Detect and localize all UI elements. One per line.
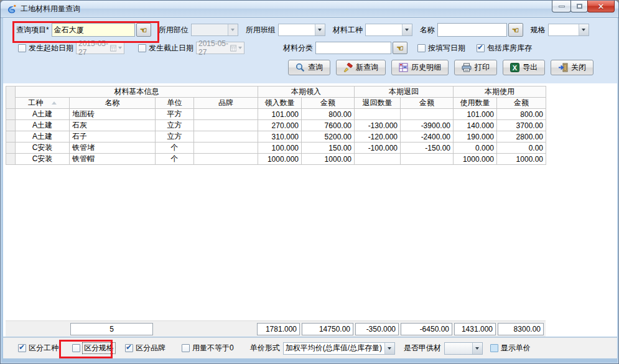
cell-ret-qty: -120.000 [355, 131, 401, 142]
owner-supplied-select[interactable] [444, 342, 483, 355]
material-category-label: 材料分类 [283, 43, 313, 54]
col-header-recv-amt[interactable]: 金额 [302, 98, 355, 109]
distinguish-spec-checkbox[interactable]: 区分规格 [72, 343, 115, 353]
chevron-down-icon [315, 24, 325, 35]
include-warehouse-checkbox[interactable]: 包括库房库存 [477, 43, 532, 54]
history-grid-icon [399, 63, 408, 72]
table-row[interactable]: A土建 石子 立方 310.000 5200.00 -120.000 -2400… [6, 131, 546, 142]
checkbox-icon [417, 44, 426, 52]
col-header-use-qty[interactable]: 使用数量 [454, 98, 497, 109]
material-trade-label: 材料工种 [333, 25, 363, 35]
checkbox-icon [182, 344, 190, 352]
cell-name: 石子 [70, 131, 156, 142]
show-unit-price-checkbox[interactable]: 显示单价 [490, 343, 531, 353]
search-button[interactable]: 查询 [288, 60, 330, 75]
summary-use-amt: 8300.00 [498, 323, 544, 335]
owner-supplied-label: 是否甲供材 [404, 343, 441, 353]
cell-trade: A土建 [16, 109, 70, 120]
cell-ret-amt: -3900.00 [401, 120, 454, 131]
col-header-brand[interactable]: 品牌 [194, 98, 258, 109]
history-detail-button[interactable]: 历史明细 [391, 60, 449, 75]
col-header-ret-amt[interactable]: 金额 [401, 98, 454, 109]
cell-brand [194, 154, 258, 165]
hand-select-icon: ☜ [140, 26, 147, 35]
end-date-label: 发生截止日期 [149, 43, 193, 54]
distinguish-spec-label: 区分规格 [83, 343, 115, 353]
print-button-label: 打印 [475, 62, 490, 73]
end-date-value: 2015-05-27 [198, 39, 230, 57]
cell-recv-amt: 800.00 [302, 109, 355, 120]
export-button-label: 导出 [523, 62, 538, 73]
brush-icon [343, 63, 353, 72]
distinguish-trade-checkbox[interactable]: 区分工种 [18, 343, 58, 353]
query-project-picker-button[interactable]: ☜ [136, 23, 151, 37]
new-search-button[interactable]: 新查询 [336, 60, 386, 75]
maximize-button[interactable] [570, 1, 588, 12]
svg-text:X: X [513, 63, 518, 71]
table-row[interactable]: C安装 铁管堵 个 100.000 150.00 -100.000 -150.0… [6, 142, 546, 154]
minimize-button[interactable] [552, 1, 571, 12]
material-category-picker-button[interactable]: ☜ [393, 42, 407, 54]
distinguish-trade-label: 区分工种 [29, 343, 58, 353]
cell-trade: C安装 [16, 154, 70, 165]
cell-trade: A土建 [16, 120, 70, 131]
summary-row-count: 5 [70, 323, 153, 335]
cell-ret-amt [401, 154, 454, 165]
end-date-checkbox[interactable]: 发生截止日期 [138, 43, 193, 54]
cell-unit: 平方 [156, 109, 194, 120]
checkbox-icon [72, 344, 80, 352]
print-button[interactable]: 打印 [454, 60, 497, 75]
table-row[interactable]: C安装 铁管帽 个 1000.000 1000.00 1000.000 1000… [6, 154, 546, 165]
query-project-input[interactable] [52, 23, 135, 37]
query-project-label: 查询项目* [16, 25, 49, 35]
close-form-button[interactable]: 关闭 [551, 60, 593, 75]
start-date-checkbox[interactable]: 发生起始日期 [18, 43, 73, 54]
titlebar[interactable]: 工地材料用量查询 ✕ [1, 1, 618, 18]
used-team-select[interactable] [278, 24, 325, 36]
results-grid-area: 材料基本信息 本期领入 本期退回 本期使用 工种 名称 单位 品牌 领入数量 金… [3, 83, 617, 337]
cell-use-qty: 0.000 [454, 142, 497, 154]
cell-ret-amt: -150.00 [401, 142, 454, 154]
minimize-icon [559, 6, 565, 7]
summary-recv-amt: 14750.00 [302, 323, 353, 335]
spec-select[interactable] [548, 24, 589, 36]
name-input[interactable] [437, 23, 507, 37]
export-button[interactable]: X 导出 [503, 60, 545, 75]
group-header-row: 材料基本信息 本期领入 本期退回 本期使用 [6, 86, 546, 98]
cell-brand [194, 131, 258, 142]
cell-recv-qty: 1000.000 [258, 154, 302, 165]
col-header-trade[interactable]: 工种 [16, 98, 70, 109]
material-category-input[interactable] [315, 42, 391, 54]
cell-ret-qty: -100.000 [355, 142, 401, 154]
chevron-down-icon [116, 42, 124, 54]
material-trade-select[interactable] [365, 24, 412, 36]
name-picker-button[interactable]: ☜ [508, 23, 523, 37]
row-indicator [6, 154, 16, 165]
price-form-select[interactable]: 加权平均价(总库值/总库存量) [283, 342, 395, 355]
distinguish-brand-checkbox[interactable]: 区分品牌 [125, 343, 165, 353]
cell-recv-qty: 100.000 [258, 142, 302, 154]
usage-not-zero-checkbox[interactable]: 用量不等于0 [182, 343, 234, 353]
cell-ret-qty [355, 109, 401, 120]
cell-recv-amt: 5200.00 [302, 131, 355, 142]
options-bar: 区分工种 区分规格 区分品牌 用量不等于0 单价形式 加权平均价(总库值/总库存… [3, 337, 617, 358]
cell-recv-qty: 101.000 [258, 109, 302, 120]
col-header-name[interactable]: 名称 [70, 98, 156, 109]
col-header-recv-qty[interactable]: 领入数量 [258, 98, 302, 109]
new-search-button-label: 新查询 [356, 62, 378, 73]
summary-ret-amt: -6450.00 [401, 323, 452, 335]
cell-recv-amt: 7600.00 [302, 120, 355, 131]
cell-recv-qty: 310.000 [258, 131, 302, 142]
by-fill-date-checkbox[interactable]: 按填写日期 [417, 43, 465, 54]
search-icon [296, 63, 305, 72]
col-header-unit[interactable]: 单位 [156, 98, 194, 109]
exit-door-icon [558, 63, 568, 72]
cell-unit: 个 [156, 142, 194, 154]
col-header-ret-qty[interactable]: 退回数量 [355, 98, 401, 109]
col-header-use-amt[interactable]: 金额 [497, 98, 546, 109]
used-part-label: 所用部位 [159, 25, 188, 35]
cell-name: 石灰 [70, 120, 156, 131]
table-row[interactable]: A土建 地面砖 平方 101.000 800.00 101.000 800.00 [6, 109, 546, 120]
close-button[interactable]: ✕ [587, 1, 615, 12]
table-row[interactable]: A土建 石灰 立方 270.000 7600.00 -130.000 -3900… [6, 120, 546, 131]
